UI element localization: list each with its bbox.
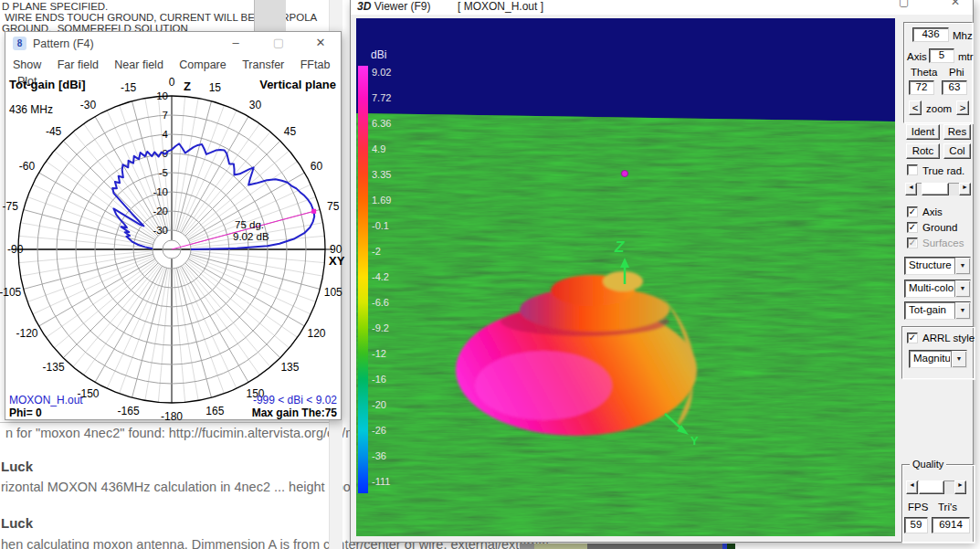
scroll-left-icon[interactable]: ◄ — [906, 480, 918, 494]
frequency-input[interactable]: 436 — [912, 27, 949, 42]
zoom-in-button[interactable]: > — [956, 100, 969, 115]
quality-group-label: Quality — [910, 459, 946, 470]
angle-label: 45 — [284, 125, 297, 138]
res-button[interactable]: Res — [943, 124, 971, 140]
window-title: 3D Viewer (F9) — [357, 0, 430, 13]
arrl-style-checkbox[interactable]: ✓ — [907, 333, 918, 343]
colorbar-tick-label: -26 — [372, 425, 386, 436]
angle-label: -120 — [16, 327, 38, 340]
close-button[interactable]: ✕ — [312, 35, 329, 51]
rotation-scrollbar[interactable]: ◄ ► — [905, 183, 971, 195]
tris-label: Tri's — [938, 501, 957, 512]
menu-transfer[interactable]: Transfer — [242, 58, 284, 71]
true-rad-checkbox[interactable] — [907, 164, 918, 175]
angle-label: -30 — [80, 99, 97, 111]
axis-unit-label: mtr — [958, 51, 974, 62]
polar-spoke — [54, 261, 157, 347]
maximize-button[interactable]: ▢ — [899, 0, 909, 8]
polar-spoke — [185, 263, 280, 358]
color-mode-dropdown[interactable]: Multi-colo ▼ — [904, 280, 971, 298]
xy-plane-label: XY — [329, 254, 345, 268]
polar-spoke — [120, 268, 165, 394]
theta-label: Theta — [911, 67, 937, 78]
axis-checkbox[interactable]: ✓ — [907, 206, 918, 217]
gain-type-dropdown[interactable]: Tot-gain ▼ — [904, 301, 971, 320]
chevron-down-icon[interactable]: ▼ — [954, 280, 970, 297]
fps-value: 59 — [904, 517, 928, 533]
theta-input[interactable]: 72 — [909, 80, 934, 95]
close-button[interactable]: ✕ — [951, 0, 960, 8]
scroll-right-icon[interactable]: ► — [954, 480, 966, 494]
polar-spoke — [107, 267, 163, 388]
polar-spoke — [73, 264, 159, 367]
minimize-button[interactable]: – — [227, 35, 244, 51]
polar-spoke — [184, 264, 269, 367]
dropdown-value: Structure — [909, 259, 954, 270]
cursor-angle-text: 75 dg. — [235, 219, 264, 230]
axis-length-label: Axis — [907, 51, 927, 62]
angle-label: -75 — [3, 200, 19, 213]
rotc-button[interactable]: Rotc — [906, 143, 940, 159]
result-title[interactable]: Luck — [1, 515, 33, 531]
scroll-right-icon[interactable]: ► — [959, 183, 971, 195]
background-window-fragment — [254, 0, 286, 35]
ground-checkbox[interactable]: ✓ — [907, 222, 918, 233]
surfaces-checkbox-label: Surfaces — [922, 238, 964, 248]
phi-input[interactable]: 63 — [942, 80, 967, 95]
angle-label: -105 — [0, 286, 22, 299]
colorbar-tick-label: -16 — [372, 374, 386, 385]
zoom-label: zoom — [926, 103, 952, 114]
polar-plot[interactable]: 10740-5-10-20-30-165-150-135-120-105-90-… — [5, 76, 342, 421]
gain-colorbar — [358, 66, 368, 493]
menu-show[interactable]: Show — [13, 58, 41, 71]
quality-scrollbar[interactable]: ◄ ► — [906, 480, 966, 494]
pattern-window: 8 Pattern (F4) – ▢ ✕ Show Far field Near… — [5, 31, 342, 420]
plot-phi-label: Phi= 0 — [9, 406, 42, 419]
col-button[interactable]: Col — [943, 143, 971, 159]
scroll-thumb[interactable] — [922, 183, 949, 195]
surfaces-checkbox: ✓ — [907, 238, 918, 248]
colorbar-unit-label: dBi — [371, 48, 386, 61]
polar-spoke — [84, 123, 161, 233]
viewer-titlebar[interactable]: 3D Viewer (F9) [ MOXON_H.out ] ▢ ✕ — [351, 0, 973, 15]
polar-spoke — [19, 251, 153, 263]
scroll-left-icon[interactable]: ◄ — [905, 183, 917, 195]
viewer-3d-canvas[interactable]: Z Y dBi 9.027.726.364.93.351.69-0.1-2-4.… — [356, 18, 895, 536]
cursor-gain-text: 9.02 dB — [233, 231, 269, 242]
ring-db-label: -5 — [159, 167, 168, 178]
axis-checkbox-label: Axis — [922, 206, 943, 217]
arrl-style-label: ARRL style — [922, 333, 975, 343]
zoom-out-button[interactable]: < — [909, 100, 922, 115]
scroll-thumb[interactable] — [919, 480, 944, 494]
colorbar-tick-label: -111 — [372, 476, 390, 487]
chevron-down-icon[interactable]: ▼ — [954, 302, 970, 319]
chevron-down-icon[interactable]: ▼ — [951, 351, 966, 367]
menu-near-field[interactable]: Near field — [114, 58, 163, 71]
magnitude-dropdown[interactable]: Magnitud ▼ — [909, 350, 967, 368]
polar-spoke — [186, 261, 290, 347]
menu-compare[interactable]: Compare — [179, 58, 226, 71]
menu-fftab[interactable]: FFtab — [300, 58, 331, 71]
angle-label: 30 — [249, 99, 262, 111]
colorbar-tick-label: -0.1 — [372, 220, 389, 231]
menu-far-field[interactable]: Far field — [58, 58, 99, 71]
polar-spoke — [183, 265, 259, 375]
scene-3d: Z Y — [356, 18, 895, 536]
angle-label: 15 — [209, 81, 222, 94]
polar-spoke — [191, 251, 324, 263]
maximize-button[interactable]: ▢ — [270, 35, 287, 51]
ident-button[interactable]: Ident — [906, 124, 940, 140]
search-result-url[interactable]: n for "moxon 4nec2" found: http://fucimi… — [5, 426, 371, 440]
polar-spoke — [46, 260, 155, 337]
plot-footer-row2: Phi= 0 Max gain The:75 — [9, 406, 337, 419]
colorbar-tick-label: 9.02 — [372, 67, 391, 78]
axis-length-input[interactable]: 5 — [929, 48, 954, 63]
pattern-titlebar[interactable]: 8 Pattern (F4) – ▢ ✕ — [5, 32, 341, 56]
ring-db-label: 4 — [163, 129, 169, 140]
ground-checkbox-label: Ground — [922, 222, 957, 233]
angle-label: -90 — [7, 243, 24, 256]
chevron-down-icon[interactable]: ▼ — [954, 258, 970, 274]
display-mode-dropdown[interactable]: Structure ▼ — [904, 257, 971, 275]
colorbar-tick-label: -2 — [372, 246, 381, 257]
result-title[interactable]: Luck — [1, 459, 33, 474]
